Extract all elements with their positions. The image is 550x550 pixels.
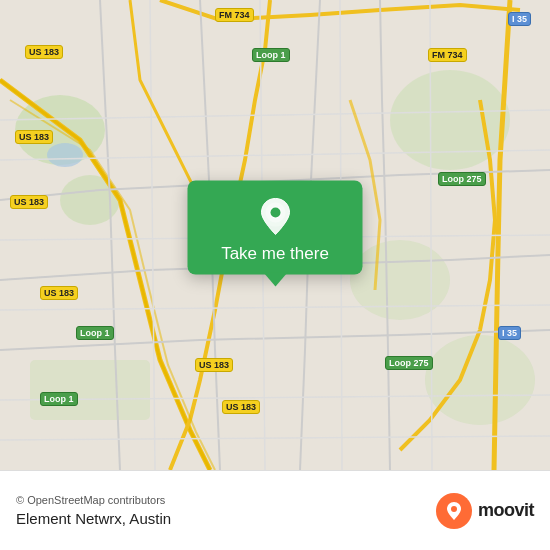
location-popup[interactable]: Take me there — [188, 180, 363, 274]
svg-point-6 — [425, 335, 535, 425]
location-info: © OpenStreetMap contributors Element Net… — [16, 494, 171, 527]
location-pin-icon — [253, 194, 297, 238]
road-label-us183-3: US 183 — [10, 195, 48, 209]
svg-point-12 — [451, 506, 457, 512]
road-label-loop275-bottom: Loop 275 — [385, 356, 433, 370]
road-label-us183-1: US 183 — [25, 45, 63, 59]
svg-point-11 — [270, 207, 280, 217]
svg-point-4 — [350, 240, 450, 320]
moovit-text: moovit — [478, 500, 534, 521]
road-label-us183-2: US 183 — [15, 130, 53, 144]
road-label-us183-5: US 183 — [195, 358, 233, 372]
bottom-bar: © OpenStreetMap contributors Element Net… — [0, 470, 550, 550]
svg-point-7 — [47, 143, 83, 167]
road-label-us183-6: US 183 — [222, 400, 260, 414]
road-label-us183-4: US 183 — [40, 286, 78, 300]
road-label-loop1-top: Loop 1 — [252, 48, 290, 62]
road-label-loop275-right: Loop 275 — [438, 172, 486, 186]
road-label-loop1-bottom: Loop 1 — [76, 326, 114, 340]
road-label-i35-bottom: I 35 — [498, 326, 521, 340]
location-label: Element Netwrx, Austin — [16, 510, 171, 527]
take-me-there-button[interactable]: Take me there — [221, 244, 329, 264]
map-view: US 183 US 183 US 183 US 183 US 183 US 18… — [0, 0, 550, 470]
road-label-fm734-right: FM 734 — [428, 48, 467, 62]
road-label-i35-top: I 35 — [508, 12, 531, 26]
svg-point-3 — [390, 70, 510, 170]
svg-rect-5 — [30, 360, 150, 420]
moovit-icon — [436, 493, 472, 529]
road-label-fm734-top: FM 734 — [215, 8, 254, 22]
map-attribution: © OpenStreetMap contributors — [16, 494, 171, 506]
road-label-loop1-bottom2: Loop 1 — [40, 392, 78, 406]
moovit-branding: moovit — [436, 493, 534, 529]
